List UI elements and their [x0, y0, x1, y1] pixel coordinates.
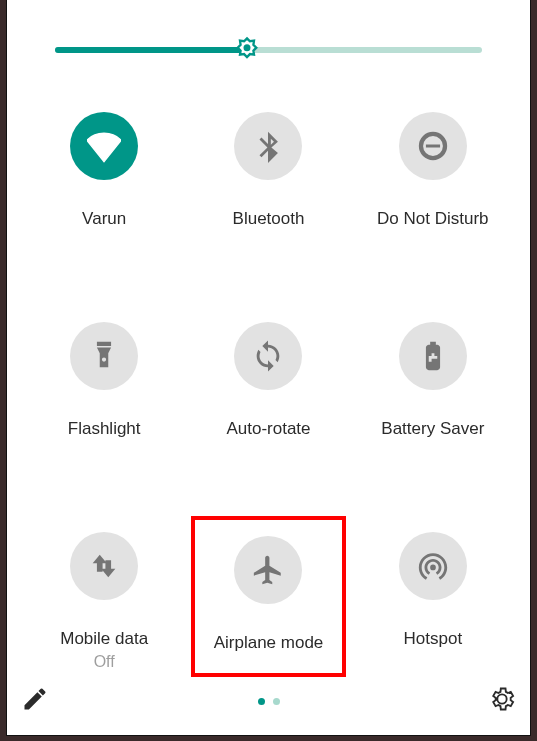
tile-wifi[interactable]: Varun: [27, 96, 181, 236]
tile-label: Airplane mode: [214, 632, 324, 654]
settings-button[interactable]: [488, 685, 516, 717]
tile-label: Hotspot: [404, 628, 463, 650]
tile-autorotate[interactable]: Auto-rotate: [191, 306, 345, 446]
tile-flashlight[interactable]: Flashlight: [27, 306, 181, 446]
tile-label: Battery Saver: [381, 418, 484, 440]
mobile-data-icon: [70, 532, 138, 600]
tile-label: Varun: [82, 208, 126, 230]
tile-battery-saver[interactable]: Battery Saver: [356, 306, 510, 446]
tile-hotspot[interactable]: Hotspot: [356, 516, 510, 677]
do-not-disturb-icon: [399, 112, 467, 180]
page-dot-1: [258, 698, 265, 705]
quick-settings-panel: Varun Bluetooth Do Not Disturb Flashligh…: [6, 0, 531, 736]
brightness-track: [55, 47, 482, 53]
tile-label: Mobile data: [60, 628, 148, 650]
tile-label: Bluetooth: [233, 208, 305, 230]
page-dot-2: [273, 698, 280, 705]
tile-mobile-data[interactable]: Mobile data Off: [27, 516, 181, 677]
tile-bluetooth[interactable]: Bluetooth: [191, 96, 345, 236]
tile-sublabel: Off: [94, 653, 115, 671]
tile-label: Flashlight: [68, 418, 141, 440]
tile-airplane-mode[interactable]: Airplane mode: [191, 516, 345, 677]
airplane-icon: [234, 536, 302, 604]
tile-label: Auto-rotate: [226, 418, 310, 440]
brightness-thumb-icon[interactable]: [233, 36, 261, 64]
auto-rotate-icon: [234, 322, 302, 390]
svg-point-0: [244, 44, 251, 51]
edit-button[interactable]: [21, 685, 49, 717]
wifi-icon: [70, 112, 138, 180]
tile-label: Do Not Disturb: [377, 208, 488, 230]
battery-saver-icon: [399, 322, 467, 390]
tiles-grid: Varun Bluetooth Do Not Disturb Flashligh…: [27, 96, 510, 677]
bottom-bar: [21, 679, 516, 723]
brightness-fill: [55, 47, 247, 53]
brightness-slider[interactable]: [55, 36, 482, 64]
pagination-dots[interactable]: [258, 698, 280, 705]
flashlight-icon: [70, 322, 138, 390]
tile-dnd[interactable]: Do Not Disturb: [356, 96, 510, 236]
hotspot-icon: [399, 532, 467, 600]
bluetooth-icon: [234, 112, 302, 180]
